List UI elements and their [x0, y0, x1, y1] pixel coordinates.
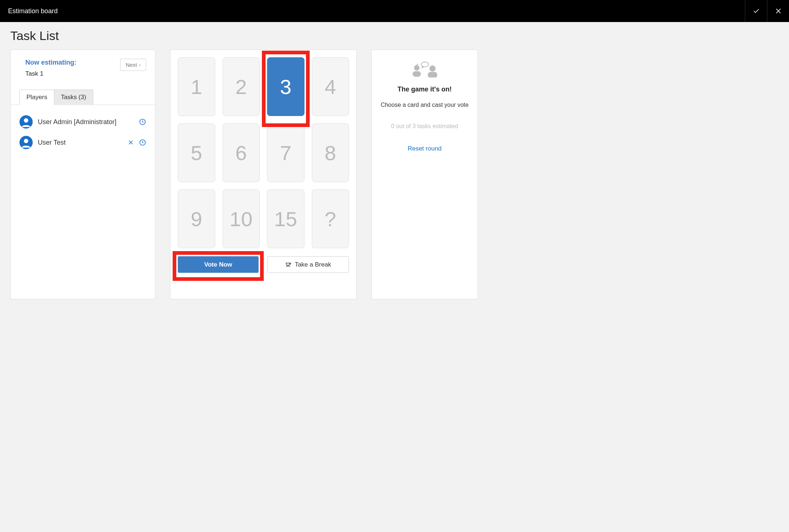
next-button[interactable]: Next ›: [120, 59, 146, 71]
instruction-text: Choose a card and cast your vote: [378, 101, 471, 109]
estimate-card-1[interactable]: 1: [178, 57, 215, 116]
estimate-card-unknown[interactable]: ?: [312, 189, 349, 248]
svg-rect-7: [412, 71, 421, 77]
estimate-card-5[interactable]: 5: [178, 123, 215, 182]
estimate-card-8[interactable]: 8: [312, 123, 349, 182]
clock-icon[interactable]: [139, 118, 146, 126]
take-break-button[interactable]: Take a Break: [267, 256, 349, 273]
svg-point-1: [24, 118, 28, 123]
svg-rect-10: [428, 72, 437, 77]
coffee-icon: [285, 260, 292, 269]
svg-point-8: [417, 64, 418, 65]
next-button-label: Next: [126, 62, 137, 68]
now-estimating-label: Now estimating:: [25, 59, 76, 66]
current-task: Task 1: [25, 70, 76, 77]
estimate-card-4[interactable]: 4: [312, 57, 349, 116]
chevron-right-icon: ›: [139, 62, 141, 68]
svg-point-6: [414, 65, 419, 70]
svg-point-4: [24, 139, 28, 143]
remove-icon[interactable]: [127, 139, 134, 146]
estimate-card-9[interactable]: 9: [178, 189, 215, 248]
progress-text: 0 out of 3 tasks estimated: [378, 123, 471, 130]
avatar-icon: [19, 115, 33, 129]
clock-icon[interactable]: [139, 139, 146, 146]
avatar-icon: [19, 136, 33, 149]
player-name: User Test: [38, 139, 127, 146]
top-bar-actions: [745, 0, 789, 22]
game-info-panel: The game it's on! Choose a card and cast…: [371, 50, 478, 299]
vote-now-button[interactable]: Vote Now: [178, 256, 259, 273]
discussion-icon: [409, 61, 440, 79]
player-name: User Admin [Administrator]: [38, 118, 139, 126]
page-title: Task List: [10, 29, 779, 43]
player-row: User Admin [Administrator]: [18, 112, 148, 132]
player-row: User Test: [18, 132, 148, 153]
check-icon: [753, 7, 760, 15]
close-button[interactable]: [767, 0, 789, 22]
take-break-label: Take a Break: [295, 261, 331, 268]
svg-point-9: [429, 65, 436, 72]
estimate-card-7[interactable]: 7: [267, 123, 305, 182]
estimate-card-6[interactable]: 6: [223, 123, 260, 182]
app-title: Estimation board: [8, 7, 58, 15]
cards-panel: 1 2 3 4 5 6 7 8 9 10 15 ? Vote Now: [170, 50, 357, 299]
estimate-card-15[interactable]: 15: [267, 189, 305, 248]
game-status-title: The game it's on!: [378, 86, 471, 93]
tab-tasks[interactable]: Tasks (3): [54, 90, 93, 105]
tabs: Players Tasks (3): [11, 89, 155, 105]
confirm-button[interactable]: [745, 0, 767, 22]
reset-round-link[interactable]: Reset round: [378, 145, 471, 152]
estimate-card-10[interactable]: 10: [223, 189, 260, 248]
estimate-card-3[interactable]: 3: [267, 57, 305, 116]
close-icon: [775, 7, 782, 15]
tab-players[interactable]: Players: [19, 90, 54, 105]
estimate-card-2[interactable]: 2: [223, 57, 260, 116]
task-list-panel: Now estimating: Task 1 Next › Players Ta…: [10, 50, 155, 299]
top-bar: Estimation board: [0, 0, 789, 22]
svg-point-11: [421, 62, 429, 67]
